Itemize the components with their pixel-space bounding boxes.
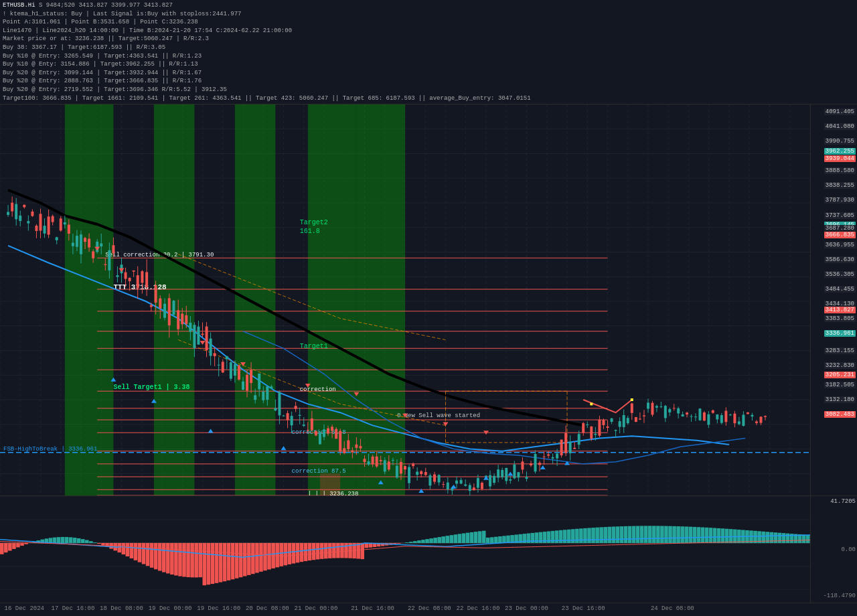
time-labels: 16 Dec 202417 Dec 16:0018 Dec 08:0019 De… bbox=[0, 603, 810, 616]
macd-level-2: 0.00 bbox=[841, 546, 856, 553]
time-label: 18 Dec 08:00 bbox=[100, 605, 143, 612]
price-label: 3636.955 bbox=[824, 242, 856, 248]
info-line-9: Buy %20 @ Entry: 3099.144 | Target:3932.… bbox=[3, 69, 854, 78]
time-label: 22 Dec 08:00 bbox=[408, 605, 451, 612]
price-label: 3939.044 bbox=[824, 155, 856, 162]
info-line-7: Buy %10 @ Entry: 3265.549 | Target:4363.… bbox=[3, 52, 854, 61]
chart-main[interactable] bbox=[0, 104, 810, 495]
time-label: 21 Dec 16:00 bbox=[351, 605, 394, 612]
price-label: 3962.255 bbox=[824, 148, 856, 155]
time-label: 23 Dec 00:00 bbox=[505, 605, 548, 612]
time-label: 23 Dec 16:00 bbox=[562, 605, 605, 612]
macd-price-axis: 41.7205 0.00 -118.4790 bbox=[810, 496, 857, 603]
price-label: 3205.231 bbox=[824, 372, 856, 378]
time-axis: 16 Dec 202417 Dec 16:0018 Dec 08:0019 De… bbox=[0, 603, 857, 616]
price-label: 3132.180 bbox=[824, 396, 856, 403]
main-area: 4091.4054041.0803990.7553962.2553939.044… bbox=[0, 104, 857, 495]
price-axis: 4091.4054041.0803990.7553962.2553939.044… bbox=[810, 104, 857, 495]
price-label: 3082.483 bbox=[824, 411, 856, 418]
info-line-2: ! ktema_h1_status: Buy | Last Signal is:… bbox=[3, 10, 854, 19]
info-line-4: Line1470 | Line2024_h20 14:00:00 | Time … bbox=[3, 27, 854, 35]
price-label: 3666.835 bbox=[824, 232, 856, 238]
time-label: 24 Dec 08:00 bbox=[651, 605, 694, 612]
time-label: 19 Dec 16:00 bbox=[197, 605, 240, 612]
price-label: 3413.827 bbox=[824, 307, 856, 313]
time-label: 17 Dec 16:00 bbox=[51, 605, 94, 612]
macd-level-1: 41.7205 bbox=[830, 498, 856, 505]
price-label: 3336.961 bbox=[824, 330, 856, 337]
info-line-12: Target100: 3666.835 | Target 1661: 2109.… bbox=[3, 94, 854, 103]
time-label: 22 Dec 16:00 bbox=[456, 605, 499, 612]
time-label: 21 Dec 00:00 bbox=[294, 605, 337, 612]
price-label: 3586.630 bbox=[824, 256, 856, 263]
time-label: 19 Dec 00:00 bbox=[149, 605, 192, 612]
symbol: ETHUSB.Hi bbox=[3, 2, 35, 9]
price-label: 3536.305 bbox=[824, 271, 856, 278]
macd-area: MACD(12,26,9) 16.5322 18.1430 -1.6108 41… bbox=[0, 495, 857, 603]
info-line-11: Buy %20 @ Entry: 2719.552 | Target:3696.… bbox=[3, 86, 854, 94]
price-label: 3383.805 bbox=[824, 315, 856, 322]
macd-level-3: -118.4790 bbox=[823, 593, 856, 599]
price-label: 3687.280 bbox=[824, 225, 856, 232]
info-line-8: Buy %10 @ Enty: 3154.886 | Target:3962.2… bbox=[3, 60, 854, 69]
info-line-5: Market price or at: 3236.238 || Target:5… bbox=[3, 35, 854, 44]
time-label: 16 Dec 2024 bbox=[5, 605, 44, 612]
price-label: 3182.505 bbox=[824, 382, 856, 388]
macd-canvas bbox=[0, 496, 810, 590]
info-line-10: Buy %20 @ Entry: 2888.763 | Target:3666.… bbox=[3, 77, 854, 86]
info-panel: ETHUSB.Hi S 9484;520 3413.827 3399.977 3… bbox=[0, 0, 857, 104]
price-label: 3283.155 bbox=[824, 348, 856, 354]
price-label: 4091.405 bbox=[824, 108, 856, 115]
price-label: 3990.755 bbox=[824, 138, 856, 145]
price-label: 4041.080 bbox=[824, 123, 856, 130]
info-line-1: ETHUSB.Hi S 9484;520 3413.827 3399.977 3… bbox=[3, 1, 854, 10]
macd-chart: MACD(12,26,9) 16.5322 18.1430 -1.6108 bbox=[0, 496, 810, 590]
price-label: 3484.455 bbox=[824, 286, 856, 293]
main-canvas bbox=[0, 104, 810, 495]
price-label: 3787.930 bbox=[824, 197, 856, 204]
price-label: 3838.255 bbox=[824, 182, 856, 189]
price-label: 3232.830 bbox=[824, 362, 856, 369]
info-line-3: Point A:3101.061 | Point B:3531.658 | Po… bbox=[3, 18, 854, 27]
info-line-6: Buy 38: 3367.17 | Target:6187.593 || R/R… bbox=[3, 44, 854, 52]
chart-container: ETHUSB.Hi S 9484;520 3413.827 3399.977 3… bbox=[0, 0, 857, 616]
price-label: 3888.580 bbox=[824, 167, 856, 174]
time-axis-right bbox=[810, 603, 857, 616]
time-label: 20 Dec 08:00 bbox=[246, 605, 289, 612]
price-label: 3737.605 bbox=[824, 212, 856, 219]
ohlc: S 9484;520 3413.827 3399.977 3413.827 bbox=[39, 2, 173, 9]
